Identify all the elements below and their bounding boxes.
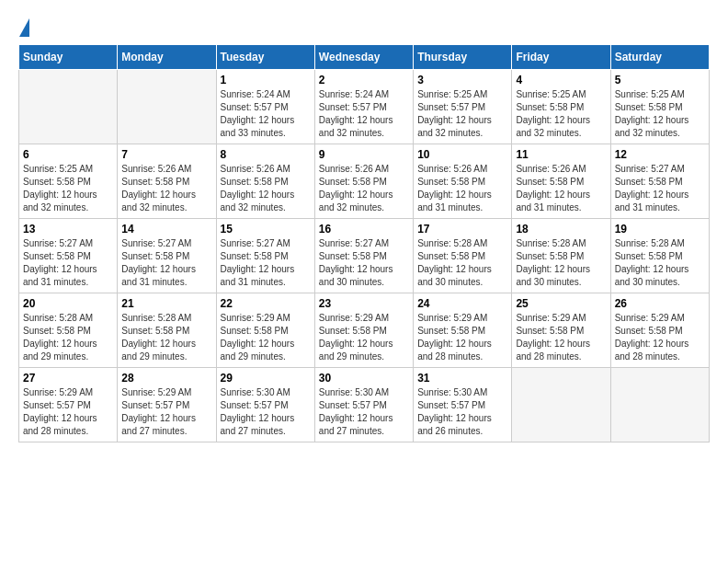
header-saturday: Saturday [610,45,709,70]
day-number: 22 [221,297,311,310]
day-cell: 30Sunrise: 5:30 AM Sunset: 5:57 PM Dayli… [314,368,413,442]
day-number: 5 [615,74,705,86]
day-info: Sunrise: 5:26 AM Sunset: 5:58 PM Dayligh… [221,163,311,214]
day-cell: 19Sunrise: 5:28 AM Sunset: 5:58 PM Dayli… [610,219,709,293]
day-cell: 9Sunrise: 5:26 AM Sunset: 5:58 PM Daylig… [314,144,413,219]
day-info: Sunrise: 5:29 AM Sunset: 5:58 PM Dayligh… [221,312,311,363]
day-number: 18 [516,223,606,236]
day-number: 20 [23,297,113,310]
day-number: 6 [23,148,113,161]
day-cell: 2Sunrise: 5:24 AM Sunset: 5:57 PM Daylig… [314,70,413,144]
day-cell: 22Sunrise: 5:29 AM Sunset: 5:58 PM Dayli… [216,293,314,368]
day-number: 8 [221,148,311,161]
day-number: 15 [221,223,311,236]
header-thursday: Thursday [414,45,512,70]
day-number: 25 [516,297,606,310]
header-monday: Monday [118,45,216,70]
day-number: 11 [516,148,606,161]
header-friday: Friday [512,45,610,70]
day-number: 27 [23,372,113,385]
calendar-table: SundayMondayTuesdayWednesdayThursdayFrid… [18,44,710,442]
day-cell: 12Sunrise: 5:27 AM Sunset: 5:58 PM Dayli… [610,144,709,219]
day-info: Sunrise: 5:26 AM Sunset: 5:58 PM Dayligh… [319,163,409,214]
day-cell [19,70,118,144]
day-info: Sunrise: 5:29 AM Sunset: 5:58 PM Dayligh… [516,312,606,363]
day-number: 2 [319,74,409,86]
day-number: 12 [615,148,705,161]
day-info: Sunrise: 5:25 AM Sunset: 5:58 PM Dayligh… [516,88,606,140]
day-info: Sunrise: 5:26 AM Sunset: 5:58 PM Dayligh… [417,163,507,214]
day-cell: 15Sunrise: 5:27 AM Sunset: 5:58 PM Dayli… [216,219,314,293]
day-cell [512,368,610,442]
day-cell: 13Sunrise: 5:27 AM Sunset: 5:58 PM Dayli… [19,219,118,293]
day-info: Sunrise: 5:28 AM Sunset: 5:58 PM Dayligh… [417,237,507,289]
day-number: 9 [319,148,409,161]
day-number: 21 [121,297,211,310]
day-cell [610,368,709,442]
day-info: Sunrise: 5:30 AM Sunset: 5:57 PM Dayligh… [221,386,311,438]
day-number: 3 [417,74,507,86]
day-info: Sunrise: 5:26 AM Sunset: 5:58 PM Dayligh… [516,163,606,214]
day-info: Sunrise: 5:29 AM Sunset: 5:57 PM Dayligh… [23,386,113,438]
day-info: Sunrise: 5:25 AM Sunset: 5:57 PM Dayligh… [417,88,507,140]
day-cell: 28Sunrise: 5:29 AM Sunset: 5:57 PM Dayli… [118,368,216,442]
day-info: Sunrise: 5:29 AM Sunset: 5:58 PM Dayligh… [417,312,507,363]
day-info: Sunrise: 5:24 AM Sunset: 5:57 PM Dayligh… [221,88,311,140]
day-info: Sunrise: 5:30 AM Sunset: 5:57 PM Dayligh… [319,386,409,438]
day-cell: 23Sunrise: 5:29 AM Sunset: 5:58 PM Dayli… [314,293,413,368]
day-number: 4 [516,74,606,86]
week-row-3: 13Sunrise: 5:27 AM Sunset: 5:58 PM Dayli… [19,219,710,293]
day-info: Sunrise: 5:25 AM Sunset: 5:58 PM Dayligh… [615,88,705,140]
day-number: 10 [417,148,507,161]
day-number: 24 [417,297,507,310]
day-cell: 31Sunrise: 5:30 AM Sunset: 5:57 PM Dayli… [414,368,512,442]
day-number: 17 [417,223,507,236]
day-number: 19 [615,223,705,236]
day-cell: 8Sunrise: 5:26 AM Sunset: 5:58 PM Daylig… [216,144,314,219]
day-info: Sunrise: 5:30 AM Sunset: 5:57 PM Dayligh… [417,386,507,438]
day-info: Sunrise: 5:27 AM Sunset: 5:58 PM Dayligh… [319,237,409,289]
day-cell: 25Sunrise: 5:29 AM Sunset: 5:58 PM Dayli… [512,293,610,368]
page-header [18,18,710,35]
day-info: Sunrise: 5:25 AM Sunset: 5:58 PM Dayligh… [23,163,113,214]
day-number: 13 [23,223,113,236]
day-number: 14 [121,223,211,236]
logo [18,18,29,35]
day-number: 30 [319,372,409,385]
day-info: Sunrise: 5:27 AM Sunset: 5:58 PM Dayligh… [23,237,113,289]
day-info: Sunrise: 5:27 AM Sunset: 5:58 PM Dayligh… [121,237,211,289]
day-number: 26 [615,297,705,310]
day-cell: 6Sunrise: 5:25 AM Sunset: 5:58 PM Daylig… [19,144,118,219]
header-tuesday: Tuesday [216,45,314,70]
day-cell: 11Sunrise: 5:26 AM Sunset: 5:58 PM Dayli… [512,144,610,219]
day-info: Sunrise: 5:29 AM Sunset: 5:58 PM Dayligh… [319,312,409,363]
day-info: Sunrise: 5:24 AM Sunset: 5:57 PM Dayligh… [319,88,409,140]
day-cell: 4Sunrise: 5:25 AM Sunset: 5:58 PM Daylig… [512,70,610,144]
day-cell: 20Sunrise: 5:28 AM Sunset: 5:58 PM Dayli… [19,293,118,368]
day-number: 23 [319,297,409,310]
day-info: Sunrise: 5:28 AM Sunset: 5:58 PM Dayligh… [23,312,113,363]
day-number: 31 [417,372,507,385]
day-cell [118,70,216,144]
calendar-header-row: SundayMondayTuesdayWednesdayThursdayFrid… [19,45,710,70]
week-row-1: 1Sunrise: 5:24 AM Sunset: 5:57 PM Daylig… [19,70,710,144]
day-cell: 18Sunrise: 5:28 AM Sunset: 5:58 PM Dayli… [512,219,610,293]
day-cell: 29Sunrise: 5:30 AM Sunset: 5:57 PM Dayli… [216,368,314,442]
day-info: Sunrise: 5:28 AM Sunset: 5:58 PM Dayligh… [516,237,606,289]
day-number: 7 [121,148,211,161]
day-cell: 7Sunrise: 5:26 AM Sunset: 5:58 PM Daylig… [118,144,216,219]
day-number: 28 [121,372,211,385]
day-info: Sunrise: 5:28 AM Sunset: 5:58 PM Dayligh… [615,237,705,289]
day-cell: 1Sunrise: 5:24 AM Sunset: 5:57 PM Daylig… [216,70,314,144]
day-cell: 24Sunrise: 5:29 AM Sunset: 5:58 PM Dayli… [414,293,512,368]
week-row-4: 20Sunrise: 5:28 AM Sunset: 5:58 PM Dayli… [19,293,710,368]
day-info: Sunrise: 5:28 AM Sunset: 5:58 PM Dayligh… [121,312,211,363]
header-sunday: Sunday [19,45,118,70]
day-info: Sunrise: 5:29 AM Sunset: 5:58 PM Dayligh… [615,312,705,363]
day-cell: 14Sunrise: 5:27 AM Sunset: 5:58 PM Dayli… [118,219,216,293]
day-info: Sunrise: 5:29 AM Sunset: 5:57 PM Dayligh… [121,386,211,438]
day-info: Sunrise: 5:27 AM Sunset: 5:58 PM Dayligh… [615,163,705,214]
week-row-2: 6Sunrise: 5:25 AM Sunset: 5:58 PM Daylig… [19,144,710,219]
day-cell: 21Sunrise: 5:28 AM Sunset: 5:58 PM Dayli… [118,293,216,368]
day-cell: 26Sunrise: 5:29 AM Sunset: 5:58 PM Dayli… [610,293,709,368]
